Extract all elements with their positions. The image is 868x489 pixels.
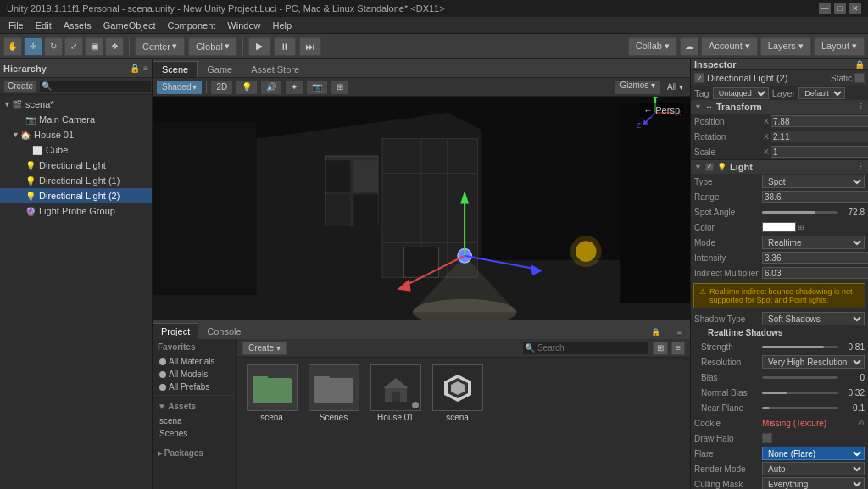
shadow-type-select[interactable]: Soft Shadows Hard Shadows No Shadows — [762, 312, 865, 325]
multi-tool[interactable]: ❖ — [105, 37, 124, 56]
light-range-input[interactable]: 38.6 — [762, 191, 868, 203]
inspector-lock[interactable]: 🔒 — [854, 60, 865, 69]
lighting-button[interactable]: 💡 — [236, 80, 258, 95]
light-color-swatch[interactable] — [762, 222, 796, 232]
fx-button[interactable]: ✦ — [285, 80, 303, 95]
cookie-options[interactable]: ⊙ — [858, 419, 865, 427]
tab-asset-store[interactable]: Asset Store — [242, 61, 309, 77]
tab-console[interactable]: Console — [198, 324, 249, 339]
close-button[interactable]: ✕ — [849, 3, 861, 14]
menu-assets[interactable]: Assets — [58, 19, 97, 32]
light-enabled-checkbox[interactable]: ✓ — [705, 163, 714, 171]
grid-button[interactable]: ⊞ — [331, 80, 349, 95]
color-picker-icon[interactable]: ⊞ — [798, 223, 804, 231]
viewport[interactable]: X Y Z ← Persp — [153, 97, 690, 320]
indirect-input[interactable]: 6.03 — [762, 267, 868, 279]
hierarchy-item-light-probe[interactable]: 🔮 Light Probe Group — [0, 203, 152, 219]
all-materials-item[interactable]: All Materials — [153, 355, 236, 368]
svg-rect-9 — [353, 194, 378, 226]
menu-window[interactable]: Window — [222, 19, 265, 32]
hierarchy-item-scena[interactable]: ▼ 🎬 scena* — [0, 97, 152, 112]
scena-asset-item[interactable]: scena — [153, 414, 236, 427]
hierarchy-menu-icon[interactable]: ≡ — [143, 64, 148, 73]
menu-file[interactable]: File — [3, 19, 29, 32]
hierarchy-item-dir-light-1[interactable]: 💡 Directional Light (1) — [0, 173, 152, 188]
hierarchy-item-dir-light-2[interactable]: 💡 Directional Light (2) — [0, 188, 152, 203]
transform-options[interactable]: ⋮ — [857, 103, 865, 111]
2d-button[interactable]: 2D — [210, 80, 233, 95]
project-view-button[interactable]: ≡ — [671, 342, 685, 355]
hierarchy-search-input[interactable] — [39, 80, 152, 93]
hierarchy-item-main-camera[interactable]: 📷 Main Camera — [0, 112, 152, 127]
hierarchy-item-dir-light[interactable]: 💡 Directional Light — [0, 158, 152, 173]
account-button[interactable]: Account ▾ — [701, 37, 758, 56]
light-intensity-input[interactable]: 3.36 — [762, 252, 868, 264]
svg-rect-6 — [326, 160, 351, 192]
move-tool[interactable]: ✛ — [24, 37, 42, 56]
minimize-button[interactable]: — — [819, 3, 831, 14]
space-global-button[interactable]: Global ▾ — [188, 37, 237, 56]
all-prefabs-item[interactable]: All Prefabs — [153, 381, 236, 393]
maximize-button[interactable]: □ — [834, 3, 846, 14]
hierarchy-lock-icon[interactable]: 🔒 — [130, 64, 140, 73]
play-button[interactable]: ▶ — [248, 37, 270, 56]
tab-scene[interactable]: Scene — [153, 61, 198, 77]
tag-select[interactable]: Untagged — [713, 87, 769, 99]
pause-button[interactable]: ⏸ — [274, 37, 296, 56]
rect-tool[interactable]: ▣ — [85, 37, 103, 56]
scale-tool[interactable]: ⤢ — [64, 37, 83, 56]
normal-bias-track — [762, 392, 838, 394]
project-search-input[interactable] — [522, 342, 649, 355]
hierarchy-item-cube[interactable]: ⬜ Cube — [0, 142, 152, 158]
hierarchy-item-house01[interactable]: ▼ 🏠 House 01 — [0, 127, 152, 142]
flare-select[interactable]: None (Flare) — [762, 447, 865, 460]
layers-button[interactable]: Layers ▾ — [760, 37, 811, 56]
shadow-type-row: Shadow Type Soft Shadows Hard Shadows No… — [691, 311, 868, 326]
rotation-x-input[interactable]: 2.11 — [771, 131, 868, 142]
light-color-label: Color — [694, 223, 762, 232]
scene-cam-button[interactable]: 📷 — [306, 80, 328, 95]
menu-edit[interactable]: Edit — [31, 19, 57, 32]
asset-item-scena-unity[interactable]: scena — [430, 364, 485, 422]
project-sort-button[interactable]: ⊞ — [653, 342, 668, 355]
render-mode-select[interactable]: Auto Important Not Important — [762, 462, 865, 475]
window-controls[interactable]: — □ ✕ — [819, 3, 861, 14]
all-models-item[interactable]: All Models — [153, 368, 236, 381]
transform-header: ▼ ↔ Transform ⋮ — [691, 100, 868, 114]
light-options[interactable]: ⋮ — [857, 163, 865, 171]
collab-button[interactable]: Collab ▾ — [628, 37, 677, 56]
flare-label: Flare — [694, 449, 762, 458]
light-type-select[interactable]: Spot Directional Point Area — [762, 175, 865, 188]
asset-item-scenes-folder[interactable]: Scenes — [306, 364, 361, 422]
tab-project[interactable]: Project — [153, 323, 198, 339]
layout-button[interactable]: Layout ▾ — [814, 37, 865, 56]
cloud-button[interactable]: ☁ — [680, 37, 698, 56]
position-x-input[interactable]: 7.88 — [771, 115, 868, 127]
tab-game[interactable]: Game — [198, 61, 242, 77]
scenes-asset-item[interactable]: Scenes — [153, 427, 236, 440]
menu-help[interactable]: Help — [267, 19, 297, 32]
layer-select[interactable]: Default — [798, 87, 845, 99]
scale-x-input[interactable]: 1 — [771, 146, 868, 158]
step-button[interactable]: ⏭ — [299, 37, 321, 56]
draw-halo-checkbox[interactable] — [762, 433, 772, 443]
gizmos-button[interactable]: Gizmos ▾ — [614, 80, 661, 95]
resolution-select[interactable]: Very High Resolution High Resolution Med… — [762, 355, 865, 369]
culling-mask-select[interactable]: Everything Nothing — [762, 477, 865, 489]
hand-tool[interactable]: ✋ — [3, 37, 22, 56]
asset-item-scena-folder[interactable]: scena — [244, 364, 299, 422]
menu-component[interactable]: Component — [162, 19, 220, 32]
light-mode-select[interactable]: Realtime Mixed Baked — [762, 236, 865, 249]
menu-gameobject[interactable]: GameObject — [98, 19, 161, 32]
asset-item-house01[interactable]: House 01 — [368, 364, 423, 422]
project-create-button[interactable]: Create ▾ — [242, 342, 287, 355]
object-active-checkbox[interactable]: ✓ — [694, 73, 704, 83]
bottom-lock-icon[interactable]: 🔒 — [643, 325, 669, 339]
pivot-center-button[interactable]: Center ▾ — [135, 37, 185, 56]
audio-button[interactable]: 🔊 — [260, 80, 282, 95]
static-checkbox[interactable] — [854, 73, 865, 83]
rotate-tool[interactable]: ↻ — [44, 37, 63, 56]
bottom-menu-icon[interactable]: ≡ — [669, 325, 690, 339]
shaded-button[interactable]: Shaded ▾ — [156, 80, 203, 95]
hierarchy-create-button[interactable]: Create — [3, 80, 37, 93]
